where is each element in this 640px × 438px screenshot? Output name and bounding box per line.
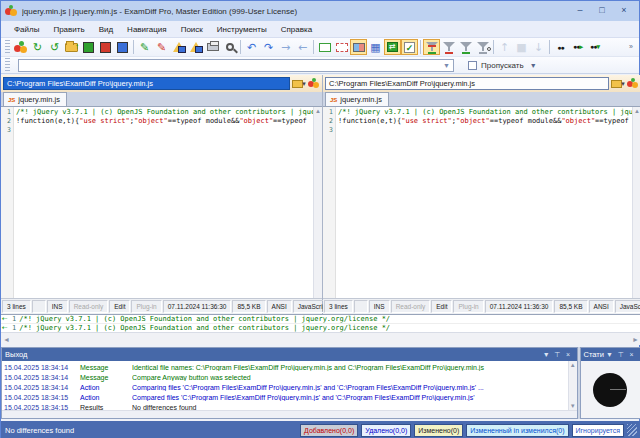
menu-item-1[interactable]: Файлы xyxy=(7,23,46,36)
edit-second-icon[interactable]: ✎ xyxy=(153,39,170,55)
find-next-icon[interactable]: ●●▸ xyxy=(569,39,586,55)
right-open-folder-icon[interactable]: ▼ xyxy=(611,78,625,89)
output-vertical-scrollbar[interactable]: ▲ ▼ xyxy=(568,361,577,410)
toolbar-separator xyxy=(420,40,421,54)
prev-diff-icon[interactable]: ↑ xyxy=(496,39,513,55)
left-path-input[interactable]: C:\Program Files\ExamDiff Pro\jquery.min… xyxy=(3,77,290,90)
log-row[interactable]: 15.04.2025 18:34:15ResultsNo differences… xyxy=(2,402,568,410)
menu-item-3[interactable]: Вид xyxy=(92,23,120,36)
show-identical-icon[interactable] xyxy=(316,39,333,55)
scroll-up-icon[interactable]: ▲ xyxy=(570,362,576,368)
close-button[interactable]: × xyxy=(613,4,635,18)
skip-checkbox[interactable] xyxy=(468,61,477,70)
sync-first-icon[interactable] xyxy=(170,39,187,55)
right-line-numbers: 123 xyxy=(323,107,336,298)
chevron-down-icon[interactable]: ▼ xyxy=(440,62,453,69)
swap-panes-icon[interactable]: ↺ xyxy=(46,39,63,55)
right-path-input[interactable]: C:\Program Files\ExamDiff Pro\jquery.min… xyxy=(325,77,609,90)
output-horizontal-scrollbar[interactable] xyxy=(2,410,577,418)
menu-item-2[interactable]: Править xyxy=(46,23,91,36)
resize-grip[interactable] xyxy=(627,424,637,436)
log-row[interactable]: 15.04.2025 18:34:14ActionComparing files… xyxy=(2,382,568,392)
save-second-icon[interactable] xyxy=(97,39,114,55)
statistics-dropdown-icon[interactable]: ▼ xyxy=(604,351,615,358)
menu-item-4[interactable]: Навигация xyxy=(120,23,174,36)
scroll-down-icon[interactable]: ▼ xyxy=(570,403,576,409)
status-cell: 3 lines xyxy=(2,300,31,313)
next-diff-icon[interactable]: ↓ xyxy=(530,39,547,55)
toolbar-overflow-button[interactable]: » xyxy=(625,44,637,50)
code-line-2: !function(e,t){"use strict";"object"==ty… xyxy=(338,117,632,126)
zoom-icon[interactable] xyxy=(221,39,238,55)
toolbar-separator xyxy=(133,40,134,54)
table-view-icon[interactable]: ▦ xyxy=(367,39,384,55)
skip-dropdown-icon[interactable]: ▼ xyxy=(530,62,537,69)
menu-item-5[interactable]: Поиск xyxy=(174,23,210,36)
find-icon[interactable]: ●● xyxy=(552,39,569,55)
output-pin-icon[interactable]: ⊤ xyxy=(552,351,563,359)
current-diff-line-1[interactable]: ⇠1/*! jQuery v3.7.1 | (c) OpenJS Foundat… xyxy=(1,315,640,324)
save-all-icon[interactable] xyxy=(114,39,131,55)
scroll-up-icon[interactable]: ▲ xyxy=(634,108,640,115)
output-close-icon[interactable]: × xyxy=(563,351,574,358)
right-vertical-scrollbar[interactable]: ▲ xyxy=(632,107,640,298)
toolbar-grip[interactable] xyxy=(5,40,10,54)
recompare-icon[interactable]: ↻ xyxy=(29,39,46,55)
output-dropdown-icon[interactable]: ▼ xyxy=(541,351,552,358)
right-file-tab[interactable]: JS jquery.min.js xyxy=(325,92,389,106)
menu-item-6[interactable]: Инструменты xyxy=(210,23,274,36)
show-options-icon[interactable]: ✓ xyxy=(401,39,418,55)
toolbar-separator xyxy=(240,40,241,54)
minimize-button[interactable]: – xyxy=(569,4,591,18)
log-row[interactable]: 15.04.2025 18:34:14MessageCompare Anyway… xyxy=(2,372,568,382)
left-tab-bar: JS jquery.min.js xyxy=(1,92,322,107)
filter-toolbar-grip[interactable] xyxy=(5,58,10,72)
right-editor[interactable]: 123 /*! jQuery v3.7.1 | (c) OpenJS Found… xyxy=(323,107,640,298)
save-first-icon[interactable] xyxy=(80,39,97,55)
toolbar-separator xyxy=(313,40,314,54)
left-open-folder-icon[interactable]: ▼ xyxy=(292,78,306,89)
diff-marker-icon: ⇠ xyxy=(1,324,9,332)
print-icon[interactable] xyxy=(204,39,221,55)
current-diff-icon[interactable]: ■ xyxy=(513,39,530,55)
scroll-left-icon[interactable]: ◄ xyxy=(3,336,10,343)
status-cell: ANSI xyxy=(267,300,292,313)
open-files-icon[interactable]: ↑ xyxy=(63,39,80,55)
diff-only-view-icon[interactable] xyxy=(384,39,401,55)
filter-all-icon[interactable] xyxy=(423,39,440,55)
scroll-up-icon[interactable]: ▲ xyxy=(315,108,321,115)
diff-count-badge: Удалено(0,0) xyxy=(361,424,411,437)
prev-file-icon[interactable]: ← xyxy=(294,39,311,55)
log-row[interactable]: 15.04.2025 18:34:15ActionCompared files … xyxy=(2,392,568,402)
right-compare-icon[interactable] xyxy=(627,78,639,89)
status-cell: Edit xyxy=(109,300,130,313)
left-vertical-scrollbar[interactable]: ▲ xyxy=(313,107,322,298)
log-row[interactable]: 15.04.2025 18:34:14MessageIdentical file… xyxy=(2,362,568,372)
horizontal-scrollbar[interactable]: ◄ ► xyxy=(1,332,640,345)
status-cell: 07.11.2024 11:36:30 xyxy=(163,300,232,313)
filter-deleted-icon[interactable] xyxy=(440,39,457,55)
status-cell: Plug-in xyxy=(131,300,161,313)
statistics-pin-icon[interactable]: ⊤ xyxy=(615,351,626,359)
left-compare-icon[interactable] xyxy=(308,78,320,89)
statistics-pie-chart xyxy=(593,373,627,407)
find-prev-icon[interactable]: ●●▾ xyxy=(586,39,603,55)
next-file-icon[interactable]: → xyxy=(277,39,294,55)
edit-first-icon[interactable]: ✎ xyxy=(136,39,153,55)
output-panel-titlebar: Выход ▼ ⊤ × xyxy=(2,348,577,361)
sync-second-icon[interactable] xyxy=(187,39,204,55)
undo-icon[interactable]: ↶ xyxy=(243,39,260,55)
filter-combobox[interactable]: ▼ xyxy=(18,59,454,72)
redo-icon[interactable]: ↷ xyxy=(260,39,277,55)
filter-search-icon[interactable] xyxy=(474,39,491,55)
left-file-tab[interactable]: JS jquery.min.js xyxy=(3,92,67,106)
scroll-right-icon[interactable]: ► xyxy=(632,336,639,343)
split-view-icon[interactable] xyxy=(350,39,367,55)
menu-item-7[interactable]: Справка xyxy=(274,23,319,36)
maximize-button[interactable]: □ xyxy=(591,4,613,18)
compare-icon[interactable] xyxy=(12,39,29,55)
statistics-close-icon[interactable]: × xyxy=(626,351,637,358)
filter-added-icon[interactable] xyxy=(457,39,474,55)
left-editor[interactable]: 123 /*! jQuery v3.7.1 | (c) OpenJS Found… xyxy=(1,107,322,298)
show-differences-icon[interactable] xyxy=(333,39,350,55)
